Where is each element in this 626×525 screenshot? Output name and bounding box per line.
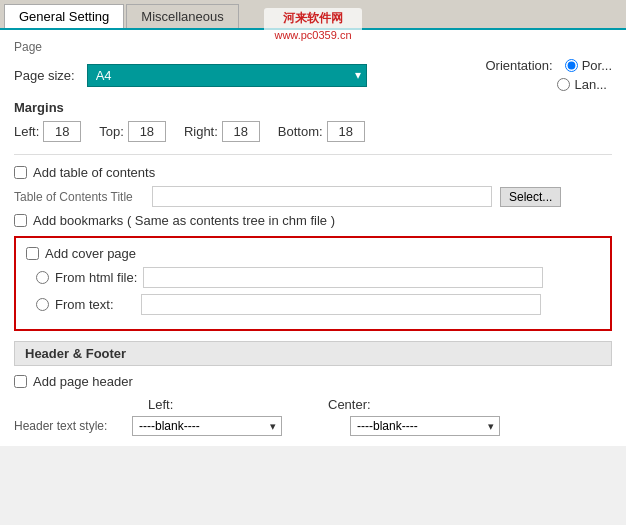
orientation-landscape-label[interactable]: Lan... (574, 77, 607, 92)
header-style-row: Header text style: ----blank---- Normal … (14, 416, 612, 436)
page-section: Page Page size: A4 A3 Letter Legal Orien… (14, 40, 612, 92)
cover-text-option: From text: (36, 294, 600, 315)
toc-select-button[interactable]: Select... (500, 187, 561, 207)
cover-check-row: Add cover page (26, 246, 600, 261)
orientation-landscape-radio[interactable] (557, 78, 570, 91)
tab-bar: General Setting Miscellaneous (0, 0, 626, 30)
cover-text-input[interactable] (141, 294, 541, 315)
page-size-select[interactable]: A4 A3 Letter Legal (87, 64, 367, 87)
toc-checkbox-label[interactable]: Add table of contents (33, 165, 155, 180)
header-footer-title: Header & Footer (14, 341, 612, 366)
toc-section: Add table of contents Table of Contents … (14, 165, 612, 207)
cover-html-input[interactable] (143, 267, 543, 288)
style-label: Header text style: (14, 419, 124, 433)
add-header-row: Add page header (14, 374, 612, 389)
style-select-center-wrapper[interactable]: ----blank---- Normal Bold Italic (350, 416, 500, 436)
margin-bottom-label: Bottom: (278, 124, 323, 139)
toc-title-label: Table of Contents Title (14, 190, 144, 204)
toc-checkbox[interactable] (14, 166, 27, 179)
page-size-label: Page size: (14, 68, 75, 83)
header-col-labels: Left: Center: (14, 397, 612, 412)
margin-left-label: Left: (14, 124, 39, 139)
margins-title: Margins (14, 100, 612, 115)
margin-top: Top: (99, 121, 166, 142)
cover-html-label[interactable]: From html file: (55, 270, 137, 285)
cover-page-box: Add cover page From html file: From text… (14, 236, 612, 331)
margin-bottom: Bottom: (278, 121, 365, 142)
bookmarks-section: Add bookmarks ( Same as contents tree in… (14, 213, 612, 228)
divider-1 (14, 154, 612, 155)
orientation-group: Orientation: Por... Lan... (485, 58, 612, 92)
margin-left: Left: (14, 121, 81, 142)
style-select-left[interactable]: ----blank---- Normal Bold Italic (132, 416, 282, 436)
margin-right-label: Right: (184, 124, 218, 139)
orientation-portrait-radio[interactable] (565, 59, 578, 72)
cover-page-checkbox[interactable] (26, 247, 39, 260)
margins-row: Left: Top: Right: Bottom: (14, 121, 612, 142)
toc-check-row: Add table of contents (14, 165, 612, 180)
page-size-select-wrapper[interactable]: A4 A3 Letter Legal (87, 64, 367, 87)
margin-right-input[interactable] (222, 121, 260, 142)
cover-html-option: From html file: (36, 267, 600, 288)
bookmarks-checkbox[interactable] (14, 214, 27, 227)
left-col-label: Left: (148, 397, 328, 412)
toc-title-input[interactable] (152, 186, 492, 207)
toc-title-row: Table of Contents Title Select... (14, 186, 612, 207)
orientation-portrait-label[interactable]: Por... (582, 58, 612, 73)
cover-page-label[interactable]: Add cover page (45, 246, 136, 261)
style-select-left-wrapper[interactable]: ----blank---- Normal Bold Italic (132, 416, 282, 436)
cover-text-label[interactable]: From text: (55, 297, 135, 312)
add-header-checkbox[interactable] (14, 375, 27, 388)
header-footer-section: Header & Footer Add page header Left: Ce… (14, 341, 612, 436)
bookmarks-label[interactable]: Add bookmarks ( Same as contents tree in… (33, 213, 335, 228)
page-size-row: Page size: A4 A3 Letter Legal Orientatio… (14, 58, 612, 92)
center-col-label: Center: (328, 397, 371, 412)
orientation-label: Orientation: (485, 58, 552, 73)
margin-top-input[interactable] (128, 121, 166, 142)
cover-html-radio[interactable] (36, 271, 49, 284)
cover-text-radio[interactable] (36, 298, 49, 311)
margins-section: Margins Left: Top: Right: Bottom: (14, 100, 612, 142)
style-select-center[interactable]: ----blank---- Normal Bold Italic (350, 416, 500, 436)
margin-top-label: Top: (99, 124, 124, 139)
margin-bottom-input[interactable] (327, 121, 365, 142)
margin-right: Right: (184, 121, 260, 142)
main-content: Page Page size: A4 A3 Letter Legal Orien… (0, 30, 626, 446)
tab-general[interactable]: General Setting (4, 4, 124, 28)
tab-misc[interactable]: Miscellaneous (126, 4, 238, 28)
page-section-label: Page (14, 40, 612, 54)
margin-left-input[interactable] (43, 121, 81, 142)
add-header-label[interactable]: Add page header (33, 374, 133, 389)
